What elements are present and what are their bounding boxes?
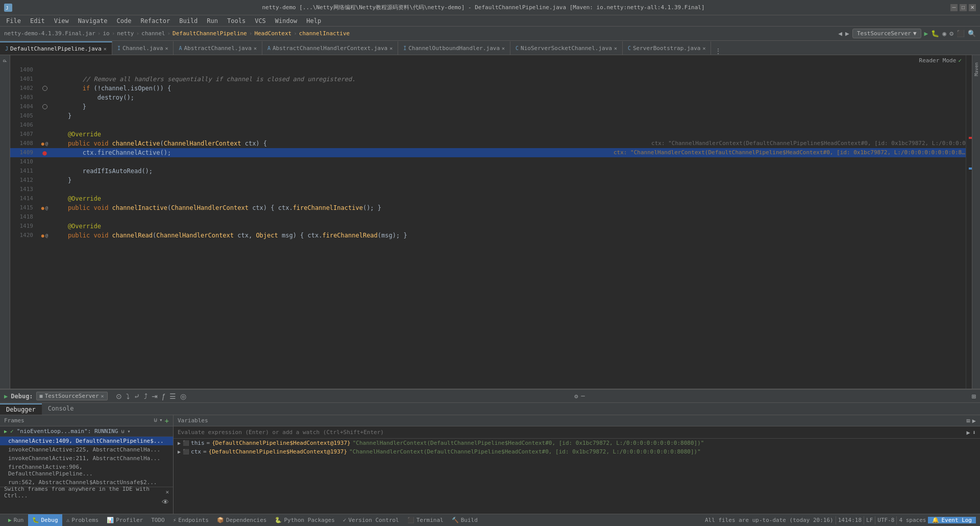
- tab-overflow[interactable]: ⋮: [711, 47, 725, 55]
- var-expand-ctx[interactable]: ▶: [178, 449, 181, 455]
- menu-navigate[interactable]: Navigate: [74, 16, 112, 26]
- frame-item-1[interactable]: invokeChannelActive:225, AbstractChannel…: [0, 445, 173, 454]
- more-actions-button[interactable]: ⚙: [949, 30, 953, 37]
- status-python[interactable]: 🐍 Python Packages: [271, 514, 338, 526]
- status-terminal[interactable]: ⬛ Terminal: [403, 514, 448, 526]
- eval-expand[interactable]: ⬇: [972, 429, 976, 436]
- tab-nioserversocketchannel[interactable]: C NioServerSocketChannel.java ✕: [510, 41, 623, 55]
- stop-button[interactable]: ⬛: [957, 30, 965, 37]
- frame-item-0[interactable]: channelActive:1409, DefaultChannelPipeli…: [0, 437, 173, 445]
- status-todo[interactable]: TODO: [147, 514, 169, 526]
- project-icon[interactable]: P: [1, 56, 10, 65]
- filter-icon[interactable]: ⊍: [154, 417, 157, 425]
- eval-input[interactable]: [178, 429, 965, 436]
- search-button[interactable]: 🔍: [968, 30, 976, 37]
- status-endpoints[interactable]: ⚡ Endpoints: [169, 514, 213, 526]
- menu-file[interactable]: File: [2, 16, 25, 26]
- close-button[interactable]: ✕: [969, 4, 976, 11]
- status-lf[interactable]: LF: [866, 517, 873, 523]
- breadcrumb-io[interactable]: io: [103, 30, 109, 37]
- thread-filter-icon[interactable]: ⊍: [121, 428, 124, 434]
- menu-tools[interactable]: Tools: [223, 16, 250, 26]
- debugger-tab[interactable]: Debugger: [0, 403, 42, 415]
- debug-button[interactable]: 🐛: [931, 30, 939, 37]
- debug-evaluate[interactable]: ƒ: [161, 392, 167, 400]
- tab-close-3[interactable]: ✕: [389, 45, 393, 51]
- tab-close-1[interactable]: ✕: [165, 45, 168, 51]
- var-expand-this[interactable]: ▶: [178, 440, 181, 446]
- debug-show-execpoint[interactable]: ⊙: [115, 392, 123, 400]
- vars-arrow-right[interactable]: ▶: [972, 417, 976, 424]
- debug-session[interactable]: ■ TestSourceServer ✕: [36, 392, 108, 400]
- tab-abstractchannelhandlercontext[interactable]: A AbstractChannelHandlerContext.java ✕: [262, 41, 398, 55]
- thread-expand[interactable]: ▾: [127, 428, 130, 434]
- status-run[interactable]: ▶ Run: [4, 514, 28, 526]
- breadcrumb-pipeline[interactable]: DefaultChannelPipeline: [173, 30, 247, 37]
- tab-close-0[interactable]: ✕: [104, 46, 107, 52]
- status-encoding[interactable]: UTF-8: [877, 517, 894, 523]
- layout-icon[interactable]: ⊞: [972, 392, 976, 400]
- status-build[interactable]: 🔨 Build: [448, 514, 482, 526]
- right-scroll-gutter[interactable]: [966, 55, 972, 389]
- tab-abstractchannel[interactable]: A AbstractChannel.java ✕: [174, 41, 262, 55]
- menu-view[interactable]: View: [50, 16, 73, 26]
- debug-run-to-cursor[interactable]: ⇥: [151, 392, 159, 400]
- tab-channel[interactable]: I Channel.java ✕: [112, 41, 174, 55]
- status-profiler[interactable]: 📊 Profiler: [103, 514, 147, 526]
- status-vcs[interactable]: ✓ Version Control: [339, 514, 403, 526]
- status-problems[interactable]: ⚠ Problems: [62, 514, 103, 526]
- forward-icon[interactable]: ▶: [845, 30, 849, 37]
- menu-build[interactable]: Build: [175, 16, 202, 26]
- breadcrumb-headcontext[interactable]: HeadContext: [254, 30, 291, 37]
- run-button[interactable]: ▶: [924, 30, 928, 37]
- tab-close-6[interactable]: ✕: [702, 45, 705, 51]
- maven-panel-label[interactable]: Maven: [974, 62, 979, 76]
- run-config[interactable]: TestSourceServer ▼: [852, 29, 921, 38]
- eye-icon[interactable]: 👁: [162, 498, 169, 506]
- status-indent[interactable]: 4 spaces: [899, 517, 926, 523]
- vars-expand-icon[interactable]: ⊞: [967, 417, 970, 424]
- breadcrumb-netty[interactable]: netty: [117, 30, 134, 37]
- menu-window[interactable]: Window: [271, 16, 301, 26]
- menu-refactor[interactable]: Refactor: [136, 16, 174, 26]
- debug-minimize-icon[interactable]: ─: [581, 393, 584, 400]
- minimize-button[interactable]: ─: [950, 4, 958, 11]
- frame-item-3[interactable]: fireChannelActive:906, DefaultChannelPip…: [0, 463, 173, 478]
- switch-frames-close[interactable]: ✕: [165, 489, 169, 495]
- back-icon[interactable]: ◀: [838, 30, 842, 37]
- breadcrumb-channel[interactable]: channel: [141, 30, 165, 37]
- tab-defaultchannelpipeline[interactable]: J DefaultChannelPipeline.java ✕: [0, 41, 112, 55]
- var-item-ctx[interactable]: ▶ ⬛ ctx = {DefaultChannelPipeline$HeadCo…: [174, 447, 980, 456]
- thread-item[interactable]: ▶ ✓ "nioEventLoop...main": RUNNING ⊍ ▾: [0, 426, 173, 437]
- debug-settings-icon[interactable]: ⚙: [574, 393, 578, 400]
- menu-help[interactable]: Help: [302, 16, 325, 26]
- tab-channeloutboundhandler[interactable]: I ChannelOutboundHandler.java ✕: [398, 41, 510, 55]
- debug-step-out[interactable]: ⤴: [143, 392, 149, 400]
- breadcrumb-jar[interactable]: netty-demo-4.1.39.Final.jar: [4, 30, 95, 37]
- menu-code[interactable]: Code: [113, 16, 136, 26]
- eval-arrow[interactable]: ▶: [967, 429, 970, 436]
- frame-item-2[interactable]: invokeChannelActive:211, AbstractChannel…: [0, 454, 173, 463]
- debug-layout-btn[interactable]: ⊞: [972, 392, 976, 400]
- window-controls[interactable]: ─ □ ✕: [950, 4, 976, 11]
- tab-close-5[interactable]: ✕: [614, 45, 617, 51]
- coverage-button[interactable]: ◉: [942, 30, 946, 37]
- tab-close-4[interactable]: ✕: [502, 45, 505, 51]
- frames-dropdown[interactable]: ▾: [159, 417, 163, 425]
- debug-step-into[interactable]: ⤶: [133, 392, 141, 400]
- event-log-button[interactable]: 🔔 Event Log: [928, 517, 976, 523]
- tab-serverbootstrap[interactable]: C ServerBootstrap.java ✕: [623, 41, 712, 55]
- menu-edit[interactable]: Edit: [26, 16, 49, 26]
- reader-mode-button[interactable]: Reader Mode ✓: [919, 57, 962, 64]
- debug-resume-icon[interactable]: ▶: [4, 393, 8, 400]
- breadcrumb-channelinactive[interactable]: channelInactive: [299, 30, 350, 37]
- debug-session-close[interactable]: ✕: [101, 393, 104, 399]
- run-config-dropdown-icon[interactable]: ▼: [913, 30, 917, 37]
- maximize-button[interactable]: □: [960, 4, 967, 11]
- frames-add[interactable]: +: [165, 417, 169, 425]
- var-item-this[interactable]: ▶ ⬛ this = {DefaultChannelPipeline$HeadC…: [174, 439, 980, 447]
- menu-vcs[interactable]: VCS: [251, 16, 270, 26]
- status-dependencies[interactable]: 📦 Dependencies: [213, 514, 271, 526]
- menu-run[interactable]: Run: [203, 16, 222, 26]
- tab-close-2[interactable]: ✕: [254, 45, 257, 51]
